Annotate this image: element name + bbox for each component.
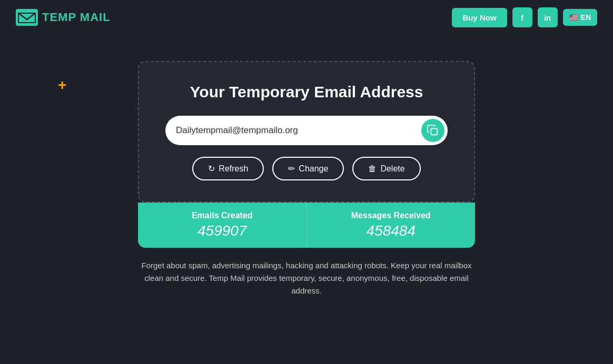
emails-created-stat: Emails Created 459907 (138, 203, 306, 248)
messages-received-stat: Messages Received 458484 (306, 203, 476, 248)
svg-rect-0 (16, 9, 38, 26)
main-content: + Your Temporary Email Address ↻ Refresh… (0, 35, 613, 297)
copy-icon (427, 125, 439, 136)
logo-icon (16, 9, 38, 26)
messages-received-label: Messages Received (351, 211, 431, 220)
email-card: Your Temporary Email Address ↻ Refresh ✏… (138, 61, 475, 203)
language-button[interactable]: 🇺🇸 EN (563, 9, 597, 26)
refresh-button[interactable]: ↻ Refresh (192, 157, 264, 180)
delete-label: Delete (380, 164, 404, 174)
card-title: Your Temporary Email Address (190, 83, 423, 101)
plus-decoration: + (58, 77, 66, 94)
change-button[interactable]: ✏ Change (272, 157, 344, 180)
facebook-button[interactable]: f (512, 7, 532, 27)
trash-icon: 🗑 (368, 164, 377, 174)
refresh-label: Refresh (219, 164, 248, 174)
email-input[interactable] (176, 125, 421, 136)
logo-text: TEMP MAIL (42, 11, 111, 24)
language-label: EN (581, 13, 591, 22)
emails-created-value: 459907 (197, 223, 246, 239)
header-nav: Buy Now f in 🇺🇸 EN (452, 7, 597, 27)
header: TEMP MAIL Buy Now f in 🇺🇸 EN (0, 0, 613, 35)
messages-received-value: 458484 (367, 223, 416, 239)
linkedin-button[interactable]: in (538, 7, 558, 27)
pencil-icon: ✏ (288, 164, 295, 174)
action-buttons: ↻ Refresh ✏ Change 🗑 Delete (165, 157, 448, 180)
refresh-icon: ↻ (208, 164, 215, 174)
stats-row: Emails Created 459907 Messages Received … (138, 203, 475, 248)
copy-button[interactable] (421, 119, 444, 142)
logo-text-part1: TEMP (42, 11, 80, 24)
flag-icon: 🇺🇸 (569, 13, 578, 22)
svg-rect-1 (431, 128, 437, 135)
delete-button[interactable]: 🗑 Delete (352, 157, 420, 180)
change-label: Change (299, 164, 328, 174)
email-input-row (165, 116, 448, 145)
buy-now-button[interactable]: Buy Now (452, 8, 507, 27)
logo[interactable]: TEMP MAIL (16, 9, 111, 26)
logo-text-part2: MAIL (80, 11, 111, 24)
emails-created-label: Emails Created (192, 211, 253, 220)
description-text: Forget about spam, advertising mailings,… (138, 259, 475, 297)
